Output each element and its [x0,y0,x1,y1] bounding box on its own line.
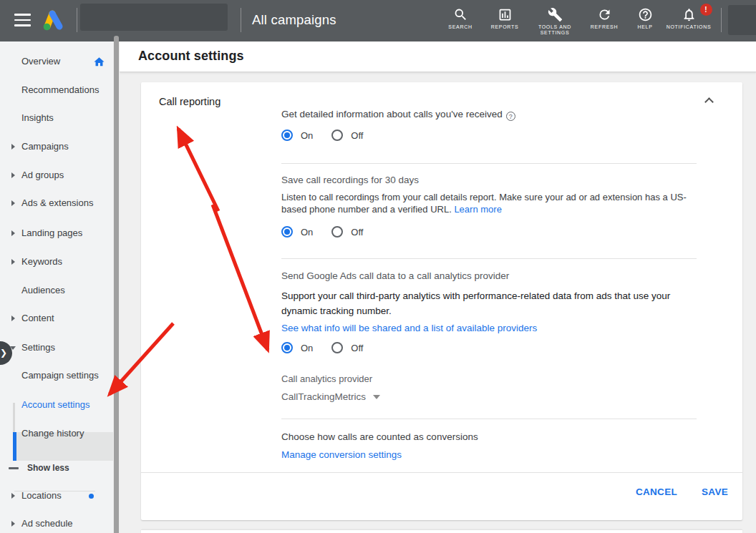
provider-label: Call analytics provider [281,373,700,384]
footer-divider [141,472,742,473]
radio-off[interactable] [331,342,343,353]
radio-on-label[interactable]: On [301,130,313,141]
sidebar-item-campaign-settings[interactable]: Campaign settings [0,368,113,383]
radio-on-label[interactable]: On [301,343,313,353]
tools-and-settings-button[interactable]: TOOLS AND SETTINGS [532,7,578,37]
sidebar-item-ads-extensions[interactable]: Ads & extensions [0,196,113,210]
main-content: Account settings Call reporting Get deta… [120,41,756,533]
help-button[interactable]: HELP [627,7,663,37]
refresh-button[interactable]: REFRESH [583,7,626,37]
sidebar-item-insights[interactable]: Insights [0,111,113,125]
sidebar-item-change-history[interactable]: Change history [0,426,113,441]
sidebar-item-recommendations[interactable]: Recommendations [0,83,113,97]
sidebar-item-locations[interactable]: Locations [0,489,113,503]
notifications-button[interactable]: ! NOTIFICATIONS [660,7,717,37]
radio-off-label[interactable]: Off [351,130,363,141]
header-divider [77,8,77,32]
sidebar-item-overview[interactable]: Overview [0,54,113,69]
call-reporting-question: Get detailed information about calls you… [281,109,700,121]
page-header-band: Account settings [120,41,756,72]
call-recordings-radio-group: On Off [281,226,700,238]
call-data-title: Send Google Ads call data to a call anal… [281,270,700,281]
chevron-right-icon [11,316,15,321]
google-ads-logo [42,9,66,31]
sidebar-item-campaigns[interactable]: Campaigns [0,140,113,154]
radio-off-label[interactable]: Off [351,227,363,238]
navigation-sidebar: Overview Recommendations Insights Campai… [0,41,113,533]
call-reporting-card: Call reporting Get detailed information … [141,82,742,520]
show-less-button[interactable]: Show less [0,461,113,475]
top-app-bar: All campaigns SEARCH REPORTS TOOLS AND S… [0,0,756,41]
wrench-icon [548,7,563,22]
minus-icon [9,467,19,469]
chevron-right-icon [11,259,15,265]
chevron-right-icon [11,493,15,499]
call-recordings-title: Save call recordings for 30 days [281,175,700,185]
help-tooltip-icon[interactable]: ? [506,112,515,121]
chevron-right-icon [11,144,15,150]
header-divider [241,8,241,32]
conversions-label: Choose how calls are counted as conversi… [281,431,700,442]
bell-icon [682,7,697,22]
reports-button[interactable]: REPORTS [483,7,526,37]
radio-on-selected[interactable] [281,129,293,141]
providers-info-link-row: See what info will be shared and a list … [281,323,700,333]
call-reporting-radio-group: On Off [281,129,700,141]
search-button[interactable]: SEARCH [439,7,482,37]
notification-badge: ! [700,4,712,16]
learn-more-link[interactable]: Learn more [454,204,501,215]
call-data-radio-group: On Off [281,342,700,353]
chevron-right-icon: ❯ [0,348,7,358]
sidebar-item-audiences[interactable]: Audiences [0,283,113,298]
radio-off-label[interactable]: Off [351,343,363,353]
sidebar-scrollbar-thumb[interactable] [114,36,119,533]
sidebar-item-account-settings[interactable]: Account settings [0,398,113,412]
chevron-right-icon [11,200,15,206]
radio-on-label[interactable]: On [301,227,313,238]
refresh-icon [597,7,612,22]
call-data-description: Support your call third-party analytics … [281,288,693,318]
card-footer: CANCEL SAVE [636,486,728,497]
sidebar-item-landing-pages[interactable]: Landing pages [0,226,113,240]
provider-dropdown[interactable]: CallTrackingMetrics [281,390,700,403]
cancel-button[interactable]: CANCEL [636,486,677,497]
page-context-title: All campaigns [252,0,336,41]
radio-on-selected[interactable] [281,226,293,238]
next-card-edge [141,530,742,533]
radio-on-selected[interactable] [281,342,293,353]
chevron-right-icon [11,521,15,527]
radio-off[interactable] [331,226,343,238]
help-icon [638,7,653,22]
header-divider [721,8,722,32]
page-title: Account settings [138,49,244,64]
home-icon [93,56,105,68]
chevron-right-icon [11,230,15,236]
sidebar-item-content[interactable]: Content [0,311,113,326]
collapse-section-button[interactable] [703,94,719,107]
sidebar-item-ad-schedule[interactable]: Ad schedule [0,517,113,531]
section-divider [281,419,697,419]
card-title: Call reporting [159,96,220,107]
section-divider [281,163,697,164]
sidebar-item-keywords[interactable]: Keywords [0,255,113,269]
google-ads-app: All campaigns SEARCH REPORTS TOOLS AND S… [0,0,756,533]
radio-off[interactable] [331,129,343,141]
search-icon [453,7,468,22]
call-recordings-description: Listen to call recordings from your call… [281,191,700,215]
providers-info-link[interactable]: See what info will be shared and a list … [281,323,537,333]
section-divider [281,258,697,259]
sidebar-item-settings[interactable]: Settings [0,341,113,355]
account-name-redacted [80,4,228,31]
chevron-right-icon [11,172,15,178]
sidebar-item-ad-groups[interactable]: Ad groups [0,168,113,182]
new-indicator-dot [89,494,94,499]
menu-icon[interactable] [14,14,31,26]
conversion-settings-link-row: Manage conversion settings [281,449,700,460]
chevron-up-icon [704,97,714,107]
account-info-redacted [728,5,756,35]
manage-conversion-settings-link[interactable]: Manage conversion settings [281,449,402,460]
reports-icon [498,7,513,22]
save-button[interactable]: SAVE [702,486,728,497]
dropdown-arrow-icon [373,395,380,399]
